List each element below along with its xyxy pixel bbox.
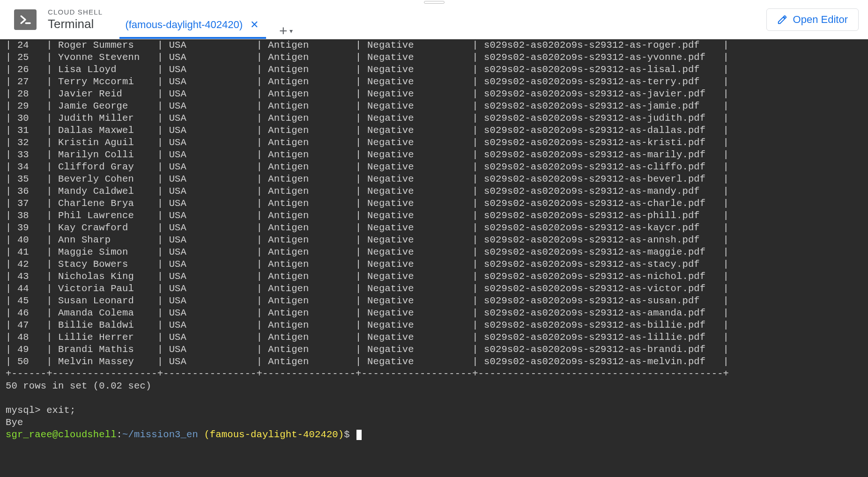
plus-icon: +	[279, 23, 288, 39]
drag-handle[interactable]	[424, 1, 445, 4]
header-small-title: CLOUD SHELL	[48, 8, 103, 16]
chevron-down-icon: ▾	[289, 27, 293, 35]
close-icon[interactable]: ✕	[248, 17, 260, 33]
tab-label: (famous-daylight-402420)	[125, 19, 243, 31]
open-editor-button[interactable]: Open Editor	[766, 8, 859, 31]
terminal-output[interactable]: | 24 | Roger Summers | USA | Antigen | N…	[0, 39, 868, 477]
cloud-shell-icon	[14, 9, 37, 30]
new-tab-button[interactable]: + ▾	[279, 23, 293, 39]
header-bar: CLOUD SHELL Terminal (famous-daylight-40…	[0, 0, 868, 39]
header-large-title: Terminal	[48, 17, 103, 31]
open-editor-label: Open Editor	[793, 14, 848, 26]
tab-active[interactable]: (famous-daylight-402420) ✕	[119, 13, 266, 39]
pencil-icon	[777, 15, 787, 25]
